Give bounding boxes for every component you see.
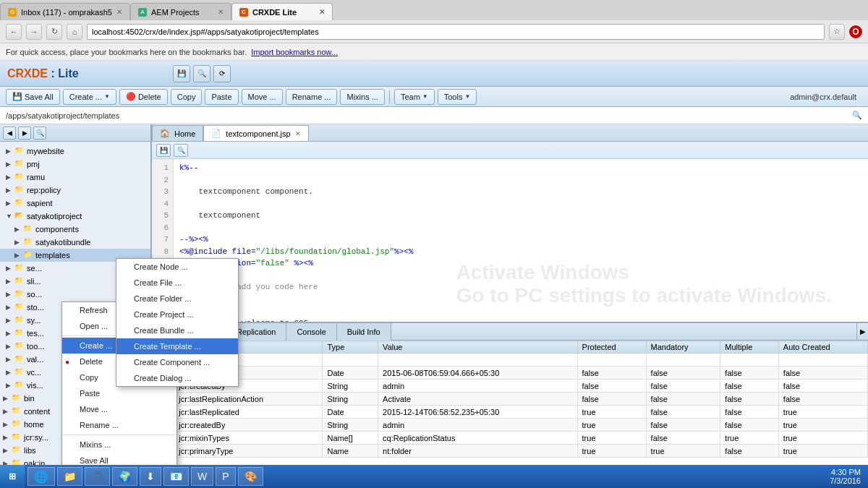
table-row[interactable]: 4jcr:lastReplicatedDate2015-12-14T06:58:… (153, 406, 868, 419)
team-button[interactable]: Team ▼ (394, 89, 435, 105)
tab-textcomponent[interactable]: 📄 textcomponent.jsp ✕ (203, 125, 308, 141)
bookmark-button[interactable]: ☆ (829, 24, 845, 40)
props-tab-build-info[interactable]: Build Info (337, 323, 391, 341)
taskbar-item-powerpoint[interactable]: P (216, 467, 235, 486)
ctx-rename[interactable]: Rename ... (62, 417, 176, 433)
sidebar-item-satyakotibundle[interactable]: ▶ 📁 satyakotibundle (0, 236, 150, 249)
back-button[interactable]: ← (6, 24, 22, 40)
toggle-content: ▶ (3, 408, 12, 415)
forward-button[interactable]: → (26, 24, 42, 40)
editor-save-btn[interactable]: 💾 (156, 144, 171, 157)
header-icon-search[interactable]: 🔍 (193, 65, 210, 82)
sidebar-item-components[interactable]: ▶ 📁 components (0, 223, 150, 236)
paste-button[interactable]: Paste (205, 89, 238, 105)
props-tab-console[interactable]: Console (286, 323, 336, 341)
label-jcrsy: jcr:sy... (24, 433, 48, 442)
crxde-logo-text2: : Lite (48, 67, 79, 80)
submenu-create-dialog[interactable]: Create Dialog ... (116, 370, 238, 386)
table-row[interactable]: 3jcr:lastReplicationActionStringActivate… (153, 393, 868, 406)
file-tab-close[interactable]: ✕ (295, 130, 301, 137)
sidebar-item-sapient[interactable]: ▶ 📁 sapient (0, 197, 150, 210)
submenu-create-project[interactable]: Create Project ... (116, 307, 238, 322)
home-button[interactable]: ⌂ (67, 24, 82, 40)
sidebar-item-satyakotiproject[interactable]: ▼ 📂 satyakotiproject (0, 210, 150, 223)
sidebar-item-ramu[interactable]: ▶ 📁 ramu (0, 171, 150, 184)
apps-link[interactable]: For quick access, place your bookmarks h… (6, 48, 247, 56)
sidebar-toolbar: ◀ ▶ 🔍 (0, 124, 150, 142)
refresh-button[interactable]: ↻ (46, 24, 62, 40)
submenu-create-bundle[interactable]: Create Bundle ... (116, 322, 238, 338)
header-icon-refresh[interactable]: ⟳ (213, 65, 231, 82)
delete-button[interactable]: 🔴 Delete (119, 89, 168, 105)
tab-close-crxde[interactable]: ✕ (319, 8, 325, 16)
folder-icon-val: 📁 (14, 354, 25, 364)
tab-inbox[interactable]: G Inbox (117) - omprakash5 ✕ (0, 3, 130, 20)
submenu-create-template[interactable]: Create Template ... (116, 338, 238, 354)
ctx-mixins[interactable]: Mixins ... (62, 437, 176, 453)
copy-toolbar-button[interactable]: Copy (171, 89, 203, 105)
taskbar-item-torrent[interactable]: ⬇ (140, 467, 161, 486)
header-icon-save[interactable]: 💾 (173, 65, 190, 82)
code-editor[interactable]: 1234567891011121314 k%-- textcomponent c… (152, 159, 868, 322)
rename-button[interactable]: Rename ... (286, 89, 338, 105)
submenu-create-node[interactable]: Create Node ... (116, 259, 238, 275)
props-scroll-right[interactable]: ▶ (856, 323, 868, 340)
team-label: Team (401, 93, 420, 101)
folder-icon-sapient: 📁 (14, 198, 25, 208)
table-row[interactable]: 2jcr:createdByStringadminfalsefalsefalse… (153, 380, 868, 393)
label-satyakotibundle: satyakotibundle (35, 238, 90, 247)
ctx-move[interactable]: Move ... (62, 401, 176, 417)
bookmark-bar: For quick access, place your bookmarks h… (0, 43, 868, 61)
submenu-create-component[interactable]: Create Component ... (116, 354, 238, 370)
submenu-create-file[interactable]: Create File ... (116, 275, 238, 291)
create-button[interactable]: Create ... ▼ (63, 89, 116, 105)
toggle-so: ▶ (6, 291, 14, 298)
save-all-button[interactable]: 💾 Save All (6, 89, 60, 105)
editor-search-btn[interactable]: 🔍 (174, 144, 188, 157)
home-tab-icon: 🏠 (160, 129, 170, 138)
import-bookmarks-link[interactable]: Import bookmarks now... (251, 48, 338, 56)
start-button[interactable]: ⊞ (0, 465, 25, 488)
tools-button[interactable]: Tools ▼ (438, 89, 477, 105)
sidebar-expand-icon[interactable]: ▶ (18, 127, 31, 140)
label-components: components (35, 225, 79, 234)
props-table-wrap[interactable]: Name Type Value Protected Mandatory Mult… (152, 341, 868, 468)
taskbar-item-player[interactable]: 🎵 (85, 467, 110, 486)
submenu-create-folder[interactable]: Create Folder ... (116, 291, 238, 307)
folder-icon-satyakotibundle: 📁 (23, 237, 33, 247)
taskbar-item-paint[interactable]: 🎨 (238, 467, 263, 486)
tab-home[interactable]: 🏠 Home (152, 125, 203, 141)
tab-favicon-aem: A (138, 8, 147, 17)
table-row[interactable]: ... (153, 354, 868, 367)
sidebar-item-pmj[interactable]: ▶ 📁 pmj (0, 158, 150, 171)
move-button[interactable]: Move ... (242, 89, 283, 105)
sidebar-icon2[interactable]: 🔍 (33, 127, 46, 140)
toggle-jcrsy: ▶ (3, 434, 12, 441)
address-bar[interactable] (87, 24, 825, 40)
tab-close-inbox[interactable]: ✕ (116, 8, 122, 16)
col-multiple: Multiple (720, 341, 779, 354)
table-row[interactable]: 5jcr:createdByStringadmintruefalsefalset… (153, 419, 868, 432)
ctx-paste[interactable]: Paste (62, 385, 176, 401)
crxde-header: CRXDE : Lite 💾 🔍 ⟳ (0, 61, 868, 87)
path-search-icon[interactable]: 🔍 (852, 111, 862, 120)
sidebar-collapse-icon[interactable]: ◀ (3, 127, 16, 140)
mixins-button[interactable]: Mixins ... (340, 89, 384, 105)
toggle-satyakotibundle: ▶ (14, 239, 23, 246)
label-sli: sli... (27, 277, 41, 286)
taskbar-item-explorer[interactable]: 📁 (57, 467, 82, 486)
tab-close-aem[interactable]: ✕ (218, 8, 224, 16)
table-row[interactable]: 1jcr:createdDate2015-06-08T06:59:04.666+… (153, 367, 868, 380)
taskbar-item-ie[interactable]: 🌐 (27, 467, 55, 486)
tab-aem[interactable]: A AEM Projects ✕ (130, 3, 231, 20)
taskbar-item-outlook[interactable]: 📧 (163, 467, 189, 486)
table-row[interactable]: 7jcr:primaryTypeNament:foldertruetruefal… (153, 445, 868, 458)
toggle-tes: ▶ (6, 330, 14, 337)
editor-content-area: 1234567891011121314 k%-- textcomponent c… (152, 159, 868, 488)
taskbar-item-chrome[interactable]: 🌍 (112, 467, 137, 486)
tab-crxde[interactable]: C CRXDE Lite ✕ (231, 3, 333, 20)
sidebar-item-rep-policy[interactable]: ▶ 📁 rep:policy (0, 184, 150, 197)
sidebar-item-mywebsite[interactable]: ▶ 📁 mywebsite (0, 145, 150, 158)
taskbar-item-word[interactable]: W (191, 467, 213, 486)
table-row[interactable]: 6jcr:mixinTypesName[]cq:ReplicationStatu… (153, 432, 868, 445)
